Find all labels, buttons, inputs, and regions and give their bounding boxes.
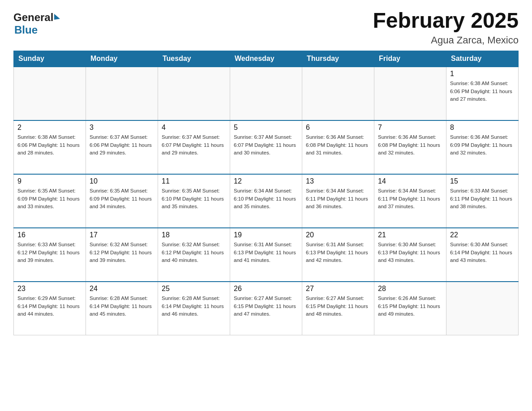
day-number: 23 [17,285,82,293]
day-number: 25 [162,285,226,293]
table-row: 19Sunrise: 6:31 AM Sunset: 6:13 PM Dayli… [230,228,302,282]
table-row [302,67,374,120]
col-tuesday: Tuesday [158,51,230,67]
table-row: 20Sunrise: 6:31 AM Sunset: 6:13 PM Dayli… [302,228,374,282]
page-header: General Blue February 2025 Agua Zarca, M… [13,9,519,46]
day-number: 16 [17,231,82,239]
table-row [86,67,158,120]
title-block: February 2025 Agua Zarca, Mexico [373,9,519,46]
col-saturday: Saturday [446,51,519,67]
table-row: 3Sunrise: 6:37 AM Sunset: 6:06 PM Daylig… [86,120,158,174]
table-row: 23Sunrise: 6:29 AM Sunset: 6:14 PM Dayli… [14,282,86,335]
table-row [374,67,446,120]
day-info: Sunrise: 6:30 AM Sunset: 6:14 PM Dayligh… [450,241,515,265]
table-row: 12Sunrise: 6:34 AM Sunset: 6:10 PM Dayli… [230,174,302,228]
logo-triangle-icon [54,14,60,20]
table-row: 16Sunrise: 6:33 AM Sunset: 6:12 PM Dayli… [14,228,86,282]
day-info: Sunrise: 6:32 AM Sunset: 6:12 PM Dayligh… [90,241,154,265]
page-title: February 2025 [373,9,519,33]
day-number: 1 [450,70,515,78]
day-number: 18 [162,231,226,239]
day-number: 20 [306,231,370,239]
day-number: 2 [17,124,82,132]
day-info: Sunrise: 6:35 AM Sunset: 6:10 PM Dayligh… [162,187,226,211]
table-row [230,67,302,120]
day-number: 12 [234,177,298,185]
day-number: 24 [90,285,154,293]
day-number: 7 [378,124,442,132]
table-row [14,67,86,120]
logo-general-text: General [13,11,53,24]
table-row: 28Sunrise: 6:26 AM Sunset: 6:15 PM Dayli… [374,282,446,335]
day-info: Sunrise: 6:37 AM Sunset: 6:07 PM Dayligh… [234,133,298,157]
day-info: Sunrise: 6:31 AM Sunset: 6:13 PM Dayligh… [234,241,298,265]
day-info: Sunrise: 6:30 AM Sunset: 6:13 PM Dayligh… [378,241,442,265]
table-row: 24Sunrise: 6:28 AM Sunset: 6:14 PM Dayli… [86,282,158,335]
day-info: Sunrise: 6:34 AM Sunset: 6:10 PM Dayligh… [234,187,298,211]
day-info: Sunrise: 6:33 AM Sunset: 6:11 PM Dayligh… [450,187,515,211]
day-number: 11 [162,177,226,185]
day-number: 19 [234,231,298,239]
day-number: 15 [450,177,515,185]
col-sunday: Sunday [14,51,86,67]
table-row: 6Sunrise: 6:36 AM Sunset: 6:08 PM Daylig… [302,120,374,174]
table-row [158,67,230,120]
day-number: 5 [234,124,298,132]
day-info: Sunrise: 6:36 AM Sunset: 6:08 PM Dayligh… [306,133,370,157]
day-info: Sunrise: 6:27 AM Sunset: 6:15 PM Dayligh… [306,295,370,318]
table-row: 21Sunrise: 6:30 AM Sunset: 6:13 PM Dayli… [374,228,446,282]
day-info: Sunrise: 6:31 AM Sunset: 6:13 PM Dayligh… [306,241,370,265]
table-row: 25Sunrise: 6:28 AM Sunset: 6:14 PM Dayli… [158,282,230,335]
day-info: Sunrise: 6:37 AM Sunset: 6:07 PM Dayligh… [162,133,226,157]
day-number: 8 [450,124,515,132]
table-row: 18Sunrise: 6:32 AM Sunset: 6:12 PM Dayli… [158,228,230,282]
page-subtitle: Agua Zarca, Mexico [373,34,519,46]
col-friday: Friday [374,51,446,67]
day-info: Sunrise: 6:36 AM Sunset: 6:08 PM Dayligh… [378,133,442,157]
day-info: Sunrise: 6:35 AM Sunset: 6:09 PM Dayligh… [17,187,82,211]
day-number: 27 [306,285,370,293]
col-monday: Monday [86,51,158,67]
day-number: 3 [90,124,154,132]
table-row: 26Sunrise: 6:27 AM Sunset: 6:15 PM Dayli… [230,282,302,335]
table-row: 10Sunrise: 6:35 AM Sunset: 6:09 PM Dayli… [86,174,158,228]
logo: General Blue [13,9,60,36]
table-row: 15Sunrise: 6:33 AM Sunset: 6:11 PM Dayli… [446,174,519,228]
week-row-0: 1Sunrise: 6:38 AM Sunset: 6:06 PM Daylig… [14,67,519,120]
day-info: Sunrise: 6:37 AM Sunset: 6:06 PM Dayligh… [90,133,154,157]
table-row: 17Sunrise: 6:32 AM Sunset: 6:12 PM Dayli… [86,228,158,282]
table-row: 7Sunrise: 6:36 AM Sunset: 6:08 PM Daylig… [374,120,446,174]
col-thursday: Thursday [302,51,374,67]
day-info: Sunrise: 6:38 AM Sunset: 6:06 PM Dayligh… [450,80,515,103]
calendar-header-row: Sunday Monday Tuesday Wednesday Thursday… [14,51,519,67]
day-number: 22 [450,231,515,239]
day-number: 4 [162,124,226,132]
day-info: Sunrise: 6:35 AM Sunset: 6:09 PM Dayligh… [90,187,154,211]
col-wednesday: Wednesday [230,51,302,67]
table-row: 5Sunrise: 6:37 AM Sunset: 6:07 PM Daylig… [230,120,302,174]
day-number: 26 [234,285,298,293]
day-info: Sunrise: 6:27 AM Sunset: 6:15 PM Dayligh… [234,295,298,318]
table-row: 2Sunrise: 6:38 AM Sunset: 6:06 PM Daylig… [14,120,86,174]
table-row: 14Sunrise: 6:34 AM Sunset: 6:11 PM Dayli… [374,174,446,228]
day-number: 10 [90,177,154,185]
table-row: 9Sunrise: 6:35 AM Sunset: 6:09 PM Daylig… [14,174,86,228]
day-number: 14 [378,177,442,185]
day-number: 6 [306,124,370,132]
week-row-4: 23Sunrise: 6:29 AM Sunset: 6:14 PM Dayli… [14,282,519,335]
calendar-table: Sunday Monday Tuesday Wednesday Thursday… [13,51,519,336]
day-number: 28 [378,285,442,293]
day-info: Sunrise: 6:28 AM Sunset: 6:14 PM Dayligh… [162,295,226,318]
day-info: Sunrise: 6:34 AM Sunset: 6:11 PM Dayligh… [378,187,442,211]
table-row: 22Sunrise: 6:30 AM Sunset: 6:14 PM Dayli… [446,228,519,282]
day-info: Sunrise: 6:32 AM Sunset: 6:12 PM Dayligh… [162,241,226,265]
day-info: Sunrise: 6:34 AM Sunset: 6:11 PM Dayligh… [306,187,370,211]
logo-blue-text: Blue [14,24,38,36]
day-number: 21 [378,231,442,239]
day-number: 17 [90,231,154,239]
week-row-3: 16Sunrise: 6:33 AM Sunset: 6:12 PM Dayli… [14,228,519,282]
table-row: 27Sunrise: 6:27 AM Sunset: 6:15 PM Dayli… [302,282,374,335]
table-row: 13Sunrise: 6:34 AM Sunset: 6:11 PM Dayli… [302,174,374,228]
week-row-1: 2Sunrise: 6:38 AM Sunset: 6:06 PM Daylig… [14,120,519,174]
week-row-2: 9Sunrise: 6:35 AM Sunset: 6:09 PM Daylig… [14,174,519,228]
